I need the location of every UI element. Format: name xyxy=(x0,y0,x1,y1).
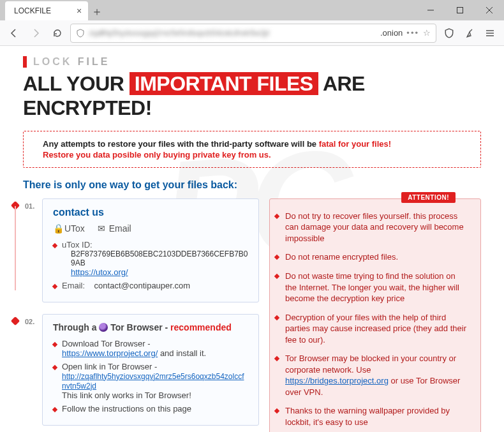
shield-toolbar-icon[interactable] xyxy=(440,24,458,42)
back-button[interactable] xyxy=(5,24,23,42)
warning-item: Do not try to recover files yourself. th… xyxy=(275,211,469,244)
window-titlebar: LOCKFILE × ＋ xyxy=(0,0,504,20)
attention-panel: ATTENTION! Do not try to recover files y… xyxy=(269,198,481,432)
warning-item: Decryption of your files with the help o… xyxy=(275,312,469,346)
email-label: Email: xyxy=(62,281,85,290)
utox-id-label: uTox ID: xyxy=(62,240,93,250)
tab-title: LOCKFILE xyxy=(14,6,51,15)
bullet-diamond-icon xyxy=(274,274,279,279)
alert-text-a: Any attempts to restore your files with … xyxy=(43,139,319,149)
tor-card: Through a Tor Browser - recommended Down… xyxy=(42,314,259,426)
window-controls xyxy=(416,0,504,20)
warning-item: Do not rename encrypted files. xyxy=(275,251,469,263)
step-diamond-icon xyxy=(11,317,20,325)
step-number-02: 02. xyxy=(25,318,34,325)
menu-button[interactable] xyxy=(481,24,499,42)
svg-rect-1 xyxy=(457,8,463,13)
tor-dl-text: Download Tor Browser - xyxy=(62,339,150,348)
email-value: contact@contipauper.com xyxy=(94,281,191,290)
close-window-button[interactable] xyxy=(475,0,504,20)
brand-file: FILE xyxy=(78,56,110,67)
alert-line1: Any attempts to restore your files with … xyxy=(43,139,461,149)
step-02: 02. Through a Tor Browser - recommended … xyxy=(23,314,259,426)
contact-title: contact us xyxy=(53,207,248,218)
bullet-diamond-icon xyxy=(52,407,57,412)
bullet-diamond-icon xyxy=(274,356,279,361)
bullet-diamond-icon xyxy=(52,342,57,347)
bullet-diamond-icon xyxy=(274,255,279,260)
tor-icon xyxy=(99,323,108,332)
contact-card: contact us 🔒 UTox ✉ Email uTox ID: B2F87… xyxy=(42,198,259,302)
warning-item: Tor Browser may be blocked in your count… xyxy=(275,353,469,398)
contact-tabs: 🔒 UTox ✉ Email xyxy=(53,223,248,234)
brand-logo: LOCK FILE xyxy=(23,56,481,68)
brand-lock: LOCK xyxy=(33,56,72,67)
bullet-diamond-icon xyxy=(52,243,57,248)
alert-box: Any attempts to restore your files with … xyxy=(23,131,481,168)
new-tab-button[interactable]: ＋ xyxy=(88,3,106,20)
shield-icon xyxy=(76,29,85,38)
url-more-icon[interactable]: ••• xyxy=(406,28,419,38)
attention-badge: ATTENTION! xyxy=(401,192,456,203)
close-tab-icon[interactable]: × xyxy=(77,6,82,16)
headline-highlight: IMPORTANT FILES xyxy=(130,72,318,95)
tor-title: Through a Tor Browser - recommended xyxy=(53,322,248,332)
minimize-button[interactable] xyxy=(416,0,445,20)
bullet-diamond-icon xyxy=(274,214,279,219)
subheading: There is only one way to get your files … xyxy=(23,179,481,191)
url-obscured: zqaflhty5hyziovsxgqvj2mrz5e5rs6oqxzb54zo… xyxy=(89,28,376,38)
url-bar[interactable]: zqaflhty5hyziovsxgqvj2mrz5e5rs6oqxzb54zo… xyxy=(70,24,436,43)
broom-icon[interactable] xyxy=(461,24,478,42)
step-connector xyxy=(15,206,16,290)
bullet-diamond-icon xyxy=(52,365,57,370)
browser-toolbar: zqaflhty5hyziovsxgqvj2mrz5e5rs6oqxzb54zo… xyxy=(0,20,504,46)
email-tab[interactable]: ✉ Email xyxy=(98,223,131,234)
warning-list: Do not try to recover files yourself. th… xyxy=(275,211,469,428)
utox-tab[interactable]: 🔒 UTox xyxy=(53,223,85,234)
forward-button[interactable] xyxy=(27,24,45,42)
step-01: 01. contact us 🔒 UTox ✉ Email uTox ID: B… xyxy=(23,198,259,302)
page-content: PC LOCK FILE ALL YOUR IMPORTANT FILES AR… xyxy=(0,46,504,432)
warning-item: Do not waste time trying to find the sol… xyxy=(275,271,469,304)
torproject-link[interactable]: https://www.torproject.org/ xyxy=(62,348,158,358)
bridges-link[interactable]: https://bridges.torproject.org xyxy=(285,376,389,385)
brand-bar-icon xyxy=(23,56,27,68)
bookmark-icon[interactable]: ☆ xyxy=(423,28,431,38)
alert-line2: Restore you data posible only buying pri… xyxy=(43,150,461,160)
step-number-01: 01. xyxy=(25,202,34,210)
mail-icon: ✉ xyxy=(98,223,107,234)
maximize-button[interactable] xyxy=(445,0,475,20)
bullet-diamond-icon xyxy=(274,315,279,320)
utox-link[interactable]: https://utox.org/ xyxy=(71,267,128,277)
reload-button[interactable] xyxy=(48,24,66,42)
tor-follow: Follow the instructions on this page xyxy=(62,404,191,413)
browser-tab[interactable]: LOCKFILE × xyxy=(5,1,88,20)
warning-item: Thanks to the warning wallpaper provided… xyxy=(275,405,469,428)
alert-fatal: fatal for your files! xyxy=(319,139,391,149)
headline-pre: ALL YOUR xyxy=(23,72,124,95)
bullet-diamond-icon xyxy=(52,284,57,289)
onion-link[interactable]: http://zqaflhty5hyziovsxgqvj2mrz5e5rs6oq… xyxy=(62,372,244,391)
tor-open-text: Open link in Tor Browser - xyxy=(62,362,157,371)
bullet-diamond-icon xyxy=(274,408,279,413)
utox-id-value: B2F873769EB6B508EBC2103DDEB7366CEFB7B09A… xyxy=(71,250,248,267)
tor-open-note: This link only works in Tor Browser! xyxy=(62,391,191,400)
lock-icon: 🔒 xyxy=(53,223,62,234)
url-suffix: .onion xyxy=(380,28,403,38)
headline: ALL YOUR IMPORTANT FILES ARE ENCRYPTED! xyxy=(23,71,481,121)
tor-recommended: recommended xyxy=(170,322,232,332)
